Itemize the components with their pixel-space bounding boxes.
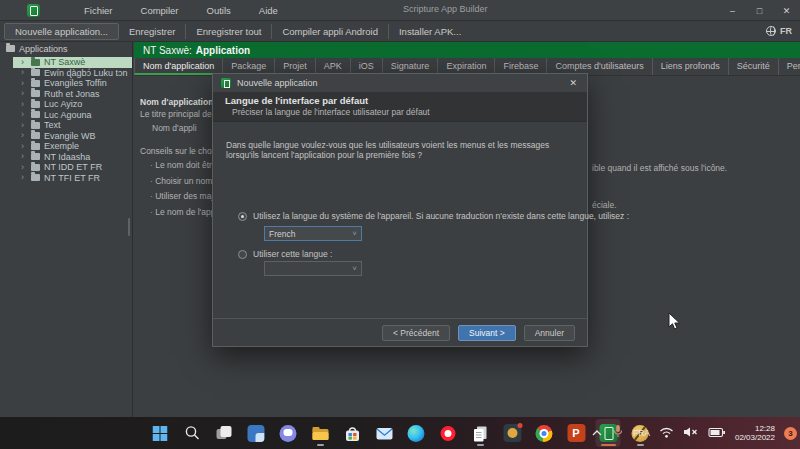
toolbar-button[interactable]: Enregistrer	[119, 24, 185, 39]
start-icon[interactable]	[148, 419, 173, 447]
globe-icon[interactable]	[766, 26, 776, 36]
new-application-dialog: Nouvelle application ✕ Langue de l'inter…	[212, 73, 588, 347]
bg-bullet: Utiliser des maju	[150, 191, 212, 201]
bg-section-title: Nom d'application	[140, 97, 212, 107]
chevron-right-icon[interactable]: ›	[21, 110, 27, 119]
question-text: Dans quelle langue voulez-vous que les u…	[226, 140, 578, 160]
bg-advice-list: Le nom doit êtrChoisir un nomUtiliser de…	[150, 160, 212, 222]
sidebar-header-label: Applications	[19, 44, 68, 54]
close-icon[interactable]: ✕	[567, 78, 579, 88]
system-language-select[interactable]: French ˅	[264, 226, 362, 241]
tree-item-label: Text	[44, 120, 61, 130]
chevron-right-icon[interactable]: ›	[21, 58, 27, 67]
toolbar-button[interactable]: Installer APK...	[388, 24, 471, 39]
chevron-right-icon[interactable]: ›	[21, 131, 27, 140]
tab[interactable]: Nom d'application	[134, 58, 222, 75]
chevron-right-icon[interactable]: ›	[21, 163, 27, 172]
tree-item-label: NT Saxwè	[44, 57, 85, 67]
app-logo-icon	[221, 78, 231, 88]
mail-icon[interactable]	[372, 419, 397, 447]
window-title: Scripture App Builder	[403, 4, 488, 14]
tree-item[interactable]: › Luc Ayizo	[0, 99, 132, 110]
dialog-titlebar[interactable]: Nouvelle application ✕	[213, 74, 587, 92]
tree-item[interactable]: › Ewín ɖàgbɔ́ Luku tɔn	[0, 68, 132, 79]
toolbar-button[interactable]: Nouvelle application...	[4, 23, 119, 40]
opera-icon[interactable]	[436, 419, 461, 447]
minimize-icon[interactable]: –	[719, 6, 746, 16]
search-icon[interactable]	[180, 419, 205, 447]
chevron-right-icon[interactable]: ›	[21, 152, 27, 161]
chevron-right-icon[interactable]: ›	[21, 79, 27, 88]
menu-item[interactable]: Fichier	[70, 5, 127, 16]
tree-item-label: Ruth et Jonas	[44, 89, 100, 99]
custom-language-select[interactable]: ˅	[264, 261, 362, 276]
radio-system-language[interactable]: Utilisez la langue du système de l'appar…	[238, 211, 629, 221]
tree-item[interactable]: › NT Saxwè	[13, 57, 132, 68]
chevron-right-icon[interactable]: ›	[21, 89, 27, 98]
documents-icon[interactable]	[468, 419, 493, 447]
applications-sidebar: Applications › NT Saxwè › Ewín ɖàgbɔ́ Lu…	[0, 42, 133, 417]
tree-item[interactable]: › Exemple	[0, 141, 132, 152]
tab[interactable]: Liens profonds	[652, 58, 728, 75]
microphone-icon[interactable]	[612, 424, 624, 442]
teams-chat-icon[interactable]	[276, 419, 301, 447]
chevron-right-icon[interactable]: ›	[21, 68, 27, 77]
radio-checked-icon[interactable]	[238, 212, 247, 221]
tree-item-label: NT TFI ET FR	[44, 173, 100, 183]
notification-badge[interactable]: 3	[784, 427, 797, 440]
chevron-right-icon[interactable]: ›	[21, 142, 27, 151]
next-button[interactable]: Suivant >	[458, 325, 516, 341]
keyboard-language-indicator[interactable]: FRA	[633, 428, 650, 438]
radio-custom-language[interactable]: Utiliser cette langue :	[238, 249, 332, 259]
toolbar-button[interactable]: Enregistrer tout	[185, 24, 271, 39]
chevron-right-icon[interactable]: ›	[21, 121, 27, 130]
tree-item[interactable]: › NT Idaasha	[0, 152, 132, 163]
tab[interactable]: Permissions	[778, 58, 800, 75]
menu-item[interactable]: Compiler	[127, 5, 193, 16]
file-explorer-icon[interactable]	[308, 419, 333, 447]
cancel-button[interactable]: Annuler	[524, 325, 575, 341]
taskbar: FRA 12:28 02/03/2022 3	[0, 417, 800, 449]
tree-item[interactable]: › NT TFI ET FR	[0, 173, 132, 184]
radio-unchecked-icon[interactable]	[238, 250, 247, 259]
media-app-icon[interactable]	[500, 419, 525, 447]
folder-icon	[31, 122, 40, 129]
sidebar-scrollbar[interactable]	[128, 218, 130, 236]
radio-system-label: Utilisez la langue du système de l'appar…	[253, 211, 629, 221]
wifi-icon[interactable]	[659, 424, 674, 442]
tree-item-label: Luc Agouna	[44, 110, 92, 120]
battery-icon[interactable]	[708, 424, 726, 442]
ui-language-label[interactable]: FR	[780, 26, 792, 36]
tab[interactable]: Sécurité	[728, 58, 778, 75]
step-subtitle: Préciser la langue de l'interface utilis…	[232, 107, 587, 117]
widgets-icon[interactable]	[244, 419, 269, 447]
close-icon[interactable]: ✕	[773, 6, 800, 16]
tree-item[interactable]: › Evangile WB	[0, 131, 132, 142]
volume-muted-icon[interactable]	[683, 424, 699, 442]
folder-icon	[31, 90, 40, 97]
previous-button[interactable]: < Précédent	[382, 325, 450, 341]
tree-item[interactable]: › Evangiles Toffin	[0, 78, 132, 89]
menu-item[interactable]: Aide	[245, 5, 292, 16]
chevron-right-icon[interactable]: ›	[21, 173, 27, 182]
menu-item[interactable]: Outils	[193, 5, 245, 16]
edge-icon[interactable]	[404, 419, 429, 447]
folder-icon	[31, 153, 40, 160]
tree-item-label: Evangiles Toffin	[44, 78, 107, 88]
chevron-right-icon[interactable]: ›	[21, 100, 27, 109]
chrome-icon[interactable]	[532, 419, 557, 447]
tree-item-label: Luc Ayizo	[44, 99, 82, 109]
microsoft-store-icon[interactable]	[340, 419, 365, 447]
tree-item[interactable]: › Text	[0, 120, 132, 131]
folder-icon	[31, 164, 40, 171]
toolbar-button[interactable]: Compiler appli Android	[271, 24, 388, 39]
clock[interactable]: 12:28 02/03/2022	[735, 424, 775, 442]
tray-chevron-up-icon[interactable]	[591, 424, 603, 442]
task-view-icon[interactable]	[212, 419, 237, 447]
tree-item[interactable]: › Ruth et Jonas	[0, 89, 132, 100]
folder-icon	[31, 132, 40, 139]
powerpoint-icon[interactable]	[564, 419, 589, 447]
maximize-icon[interactable]: □	[746, 6, 773, 16]
tree-item[interactable]: › Luc Agouna	[0, 110, 132, 121]
tree-item[interactable]: › NT IDD ET FR	[0, 162, 132, 173]
